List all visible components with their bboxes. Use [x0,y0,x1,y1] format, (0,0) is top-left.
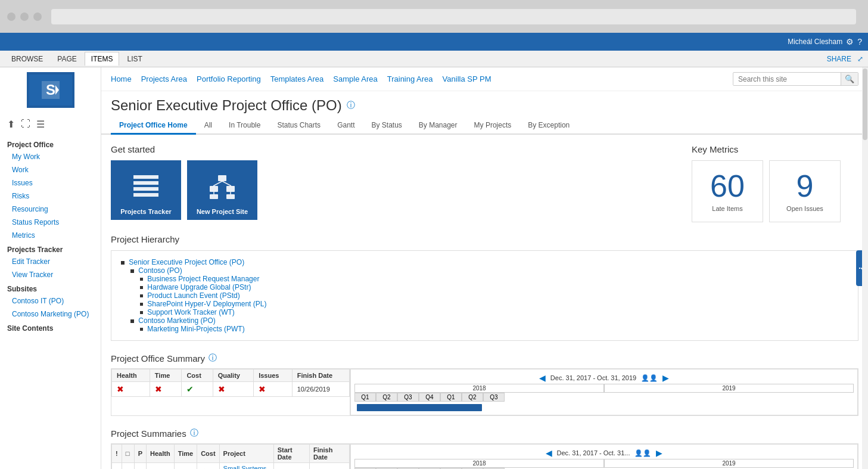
settings-icon[interactable]: ⚙ [846,37,854,46]
upload-icon[interactable]: ⬆ [7,119,15,130]
topnav-templates-area[interactable]: Templates Area [270,74,324,83]
card-projects-tracker[interactable]: Projects Tracker [111,160,181,220]
pos-health: ✖ [112,382,150,397]
sidebar-section-project-office[interactable]: Project Office [0,137,101,150]
sidebar-item-risks[interactable]: Risks [0,190,101,203]
help-icon[interactable]: ? [857,37,862,46]
page-body: Get started [101,135,868,469]
sidebar-item-issues[interactable]: Issues [0,176,101,190]
hierarchy-l3-1: Business Project Request Manager [121,275,848,283]
tab-list[interactable]: LIST [120,52,148,66]
metric-late-items-value: 60 [702,170,753,201]
sidebar-section-site-contents[interactable]: Site Contents [0,321,101,334]
ribbon-user: Micheál Clesham ⚙ ? [788,37,862,46]
pos-time: ✖ [150,382,182,397]
sidebar-item-resourcing[interactable]: Resourcing [0,203,101,216]
view-tab-my-projects[interactable]: My Projects [466,117,520,135]
scrollbar-thumb[interactable] [863,69,867,140]
col-quality: Quality [213,369,253,382]
ps-gantt-next[interactable]: ▶ [656,448,662,458]
hierarchy-l2-2: Contoso Marketing (PO) [121,316,848,325]
ps-gantt-year-2019: 2019 [604,459,854,468]
share-button[interactable]: SHARE [827,55,851,63]
sidebar-section-subsites[interactable]: Subsites [0,281,101,294]
topnav-sample-area[interactable]: Sample Area [333,74,377,83]
search-box: 🔍 [733,72,858,86]
view-tab-status-charts[interactable]: Status Charts [269,117,329,135]
sidebar-item-view-tracker[interactable]: View Tracker [0,268,101,281]
ps-gantt-area: ◀ Dec. 31, 2017 - Oct. 31... 👤👤 ▶ 2018 2… [350,444,858,469]
ps-header-row: ! □ P Health Time Cost Project Start Dat… [112,445,350,463]
hierarchy-link-8[interactable]: Contoso Marketing (PO) [138,316,215,325]
view-icon[interactable]: ☰ [36,119,45,130]
view-tab-in-trouble[interactable]: In Trouble [220,117,269,135]
expand-icon[interactable]: ⛶ [21,119,30,130]
sidebar-item-work[interactable]: Work [0,163,101,176]
topnav-vanilla-sp-pm[interactable]: Vanilla SP PM [443,74,491,83]
sp-logo: S [27,72,74,108]
hierarchy-link-7[interactable]: Support Work Tracker (WT) [147,308,234,316]
view-tab-gantt[interactable]: Gantt [329,117,363,135]
hierarchy-link-9[interactable]: Marketing Mini-Projects (PWT) [147,325,244,333]
sidebar-item-my-work[interactable]: My Work [0,150,101,163]
expand-button[interactable]: ⤢ [857,55,863,63]
view-tab-by-manager[interactable]: By Manager [410,117,466,135]
pos-gantt-header: ◀ Dec. 31, 2017 - Oct. 31, 2019 👤👤 ▶ [354,373,854,383]
hierarchy-link-1[interactable]: Senior Executive Project Office (PO) [129,258,244,266]
hierarchy-link-2[interactable]: Contoso (PO) [138,266,182,275]
tab-browse[interactable]: BROWSE [5,52,49,66]
sp-logo-inner: S [29,74,72,105]
tab-page[interactable]: PAGE [51,52,83,66]
ps-gantt-year-2018: 2018 [354,459,604,468]
page-title: Senior Executive Project Office (PO) [111,97,342,114]
hierarchy-link-5[interactable]: Product Launch Event (PStd) [147,291,239,300]
view-tab-by-status[interactable]: By Status [363,117,410,135]
gantt-q2-2018: Q2 [376,393,397,402]
get-started-title: Get started [111,144,677,154]
bullet-5 [140,294,143,297]
scrollbar[interactable] [862,67,868,469]
project-office-summary-section: Project Office Summary ⓘ Health Time Cos… [111,353,858,416]
pos-info-icon[interactable]: ⓘ [209,353,217,364]
pos-gantt-range: Dec. 31, 2017 - Oct. 31, 2019 [550,374,636,381]
bullet-9 [140,328,143,331]
ps-project-name[interactable]: Small Systems Projects [219,463,273,470]
sidebar-section-projects-tracker[interactable]: Projects Tracker [0,242,101,255]
gantt-prev[interactable]: ◀ [539,373,546,383]
sidebar-item-metrics[interactable]: Metrics [0,229,101,242]
svg-text:S: S [45,82,55,98]
browser-address-bar[interactable] [51,9,856,24]
search-button[interactable]: 🔍 [841,73,858,85]
ps-status-icon: ▶ [122,463,134,470]
ps-combined: ! □ P Health Time Cost Project Start Dat… [111,443,858,469]
ps-info-icon[interactable]: ⓘ [190,428,198,439]
topnav-home[interactable]: Home [111,74,132,83]
tab-items[interactable]: ITEMS [85,52,120,66]
hierarchy-link-4[interactable]: Hardware Upgrade Global (PStr) [147,283,251,291]
gantt-year-2018: 2018 [354,384,604,393]
card-new-project-site[interactable]: New Project Site [187,160,257,220]
ps-cost: ⚠ [197,463,219,470]
hierarchy-link-6[interactable]: SharePoint Hyper-V Deployment (PL) [147,300,266,308]
gantt-next[interactable]: ▶ [662,373,669,383]
view-tab-by-exception[interactable]: By Exception [519,117,578,135]
ps-row-1: ! ▶ ✔ ✖ ⚠ Small Systems Projects 1/4/201… [112,463,350,470]
ps-gantt-prev[interactable]: ◀ [546,448,552,458]
page-info-icon[interactable]: ⓘ [347,100,355,111]
sidebar-item-status-reports[interactable]: Status Reports [0,216,101,229]
hierarchy-l3-4: SharePoint Hyper-V Deployment (PL) [121,300,848,308]
topnav-projects-area[interactable]: Projects Area [141,74,187,83]
project-hierarchy-section: Project Hierarchy Senior Executive Proje… [111,234,858,341]
topnav-training-area[interactable]: Training Area [387,74,433,83]
view-tab-project-office-home[interactable]: Project Office Home [111,117,196,135]
sidebar-item-contoso-it[interactable]: Contoso IT (PO) [0,294,101,308]
view-tab-all[interactable]: All [196,117,220,135]
metric-late-items-label: Late Items [702,205,753,212]
topnav-portfolio-reporting[interactable]: Portfolio Reporting [197,74,261,83]
hierarchy-link-3[interactable]: Business Project Request Manager [147,275,259,283]
sidebar-item-edit-tracker[interactable]: Edit Tracker [0,255,101,268]
ps-gantt-years-row: 2018 2019 [354,459,854,468]
search-input[interactable] [733,73,841,85]
sidebar-item-contoso-marketing[interactable]: Contoso Marketing (PO) [0,308,101,321]
pos-finish-date: 10/26/2019 [292,382,349,397]
